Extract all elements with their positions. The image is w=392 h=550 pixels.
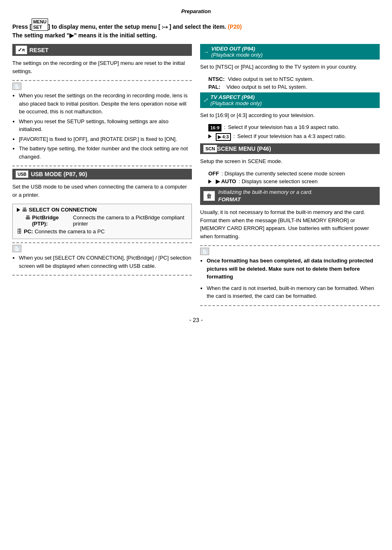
ratio-169-badge: 16:9 bbox=[208, 124, 221, 131]
scn-badge: SCN bbox=[203, 145, 217, 152]
printer-icon: 🖶 bbox=[22, 207, 27, 213]
format-header: 🗑 Initializing the built-in memory or a … bbox=[200, 187, 380, 205]
usb-inner-box: 🖶 SELECT ON CONNECTION 🖶 PictBridge (PTP… bbox=[12, 204, 192, 239]
right-column: → VIDEO OUT (P94) (Playback mode only) S… bbox=[200, 44, 380, 308]
tv-aspect-title: TV ASPECT (P94) bbox=[210, 94, 255, 100]
video-out-title: VIDEO OUT (P94) bbox=[211, 46, 255, 52]
page-number: - 23 - bbox=[12, 317, 380, 323]
ratio-43-badge: ▶ 4:3 bbox=[216, 133, 231, 141]
scene-menu-title: SCENE MENU (P46) bbox=[217, 145, 271, 152]
triangle-icon3 bbox=[208, 179, 212, 184]
format-title: Initializing the built-in memory or a ca… bbox=[218, 189, 313, 203]
format-note-list: When the card is not inserted, built-in … bbox=[200, 284, 380, 300]
reset-body: The settings on the recording or the [SE… bbox=[12, 59, 192, 75]
intro-section: Press [MENUSET] to display menu, enter t… bbox=[12, 18, 380, 40]
reset-note-list: When you reset the settings on the recor… bbox=[12, 92, 192, 161]
setup-icon: ⧴ bbox=[162, 23, 168, 30]
note-icon: 📄 bbox=[12, 83, 21, 90]
usb-body: Set the USB mode to be used when connect… bbox=[12, 183, 192, 199]
reset-header: ✓R RESET bbox=[12, 44, 192, 56]
ntsc-pal-table: NTSC: Video output is set to NTSC system… bbox=[208, 76, 380, 90]
pictbridge-label: PictBridge (PTP): bbox=[32, 214, 71, 227]
off-desc: : Displays the currently selected scene … bbox=[221, 170, 345, 177]
video-out-icon: → bbox=[203, 49, 209, 55]
ratio-169-desc: Select if your television has a 16:9 asp… bbox=[228, 124, 340, 130]
pc-label: PC: bbox=[24, 228, 33, 235]
tv-aspect-header: ⤢ TV ASPECT (P94) (Playback mode only) bbox=[200, 92, 380, 108]
format-icon: 🗑 bbox=[203, 191, 215, 201]
reset-icon-box: ✓R bbox=[16, 46, 27, 54]
triangle-icon2 bbox=[208, 134, 212, 138]
pc-desc: Connects the camera to a PC bbox=[35, 228, 105, 235]
ntsc-desc: Video output is set to NTSC system. bbox=[228, 76, 314, 82]
format-body: Usually, it is not necessary to format t… bbox=[200, 208, 380, 240]
auto-desc: : Displays scene selection screen bbox=[239, 178, 318, 184]
usb-title: USB MODE (P87, 90) bbox=[31, 171, 87, 177]
format-note-box: 📄 Once formatting has been completed, al… bbox=[200, 245, 380, 306]
scene-menu-header: SCN SCENE MENU (P46) bbox=[200, 143, 380, 154]
printer-icon2: 🖶 bbox=[25, 214, 30, 221]
off-label: OFF bbox=[208, 170, 219, 177]
usb-icon-box: USB bbox=[16, 170, 28, 178]
menu-icon: MENUSET bbox=[32, 18, 48, 31]
video-out-subtitle: (Playback mode only) bbox=[211, 52, 263, 58]
reset-note-box: 📄 When you reset the settings on the rec… bbox=[12, 80, 192, 166]
pictbridge-desc: Connects the camera to a PictBridge comp… bbox=[73, 214, 187, 227]
format-warning-list: Once formatting has been completed, all … bbox=[200, 257, 380, 281]
select-label: SELECT ON CONNECTION bbox=[29, 207, 97, 213]
tv-aspect-icon: ⤢ bbox=[203, 97, 208, 103]
usb-header: USB USB MODE (P87, 90) bbox=[12, 169, 192, 179]
usb-note-list: When you set [SELECT ON CONNECTION], [Pi… bbox=[12, 254, 192, 270]
page-header: Preparation bbox=[12, 8, 380, 14]
tv-aspect-body: Set to [16:9] or [4:3] according to your… bbox=[200, 111, 380, 120]
pal-label: PAL: bbox=[208, 84, 223, 90]
ntsc-label: NTSC: bbox=[208, 76, 225, 82]
left-column: ✓R RESET The settings on the recording o… bbox=[12, 44, 192, 308]
usb-note-box: 📄 When you set [SELECT ON CONNECTION], [… bbox=[12, 242, 192, 276]
video-out-header: → VIDEO OUT (P94) (Playback mode only) bbox=[200, 44, 380, 60]
scene-options: OFF : Displays the currently selected sc… bbox=[208, 170, 380, 184]
format-note-icon: 📄 bbox=[200, 248, 209, 255]
scene-menu-body: Setup the screen in SCENE mode. bbox=[200, 157, 380, 166]
ratio-43-desc: Select if your television has a 4:3 aspe… bbox=[238, 133, 346, 139]
tv-aspect-subtitle: (Playback mode only) bbox=[210, 100, 262, 106]
aspect-table: 16:9 : Select if your television has a 1… bbox=[208, 124, 380, 141]
two-col-layout: ✓R RESET The settings on the recording o… bbox=[12, 44, 380, 308]
video-out-body: Set to [NTSC] or [PAL] according to the … bbox=[200, 63, 380, 71]
pal-desc: Video output is set to PAL system. bbox=[226, 84, 307, 90]
triangle-icon bbox=[17, 208, 20, 212]
pc-icon: 🗄 bbox=[17, 228, 22, 235]
reset-title: RESET bbox=[30, 47, 49, 53]
auto-label: ▶ AUTO bbox=[216, 178, 236, 184]
usb-note-icon: 📄 bbox=[12, 245, 21, 252]
